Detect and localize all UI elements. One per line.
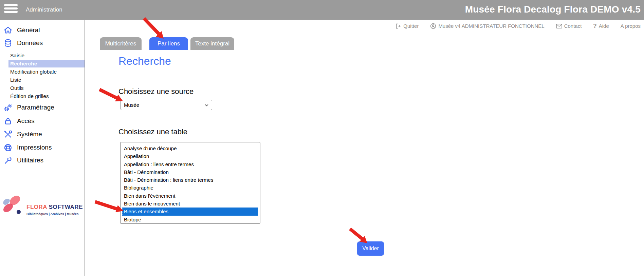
- user-icon: [430, 23, 436, 29]
- listbox-option-clipped[interactable]: Biotope : liens entre termes: [122, 223, 259, 224]
- page-title: Recherche: [118, 55, 171, 67]
- envelope-icon: [556, 24, 562, 28]
- contact-link[interactable]: Contact: [556, 23, 582, 29]
- sidebar-item-systeme[interactable]: Système: [3, 129, 42, 139]
- logout-icon: [395, 23, 401, 29]
- gears-icon: [3, 103, 13, 112]
- listbox-option[interactable]: Biotope: [122, 216, 259, 223]
- hamburger-menu-icon[interactable]: [4, 4, 18, 15]
- listbox-option-selected[interactable]: Biens et ensembles: [122, 208, 258, 215]
- arrow-to-valider-button: [350, 229, 367, 243]
- app-title: Musée Flora Decalog Flora DEMO v4.5: [465, 0, 641, 19]
- wrench-icon: [3, 156, 13, 165]
- listbox-option[interactable]: Appellation : liens entre termes: [122, 160, 259, 168]
- listbox-option[interactable]: Bibliographie: [122, 184, 259, 192]
- module-title: Administration: [26, 0, 62, 20]
- listbox-option[interactable]: Bâti - Dénomination: [122, 168, 259, 176]
- table-listbox[interactable]: Analyse d'une découpe Appellation Appell…: [120, 142, 260, 224]
- quit-link[interactable]: Quitter: [395, 23, 419, 29]
- arrow-to-selected-option: [95, 202, 123, 212]
- sidebar-item-donnees[interactable]: Données: [3, 38, 43, 48]
- tab-par-liens[interactable]: Par liens: [149, 37, 188, 50]
- sidebar-item-acces[interactable]: Accès: [3, 116, 35, 126]
- source-label: Choisissez une source: [118, 87, 194, 96]
- sidebar-item-edition-grilles[interactable]: Édition de grilles: [10, 92, 49, 100]
- utility-bar: Quitter Musée v4 ADMINISTRATEUR FONCTION…: [85, 20, 644, 32]
- database-icon: [3, 39, 13, 48]
- flora-software-logo: FLORA SOFTWARE Bibliothèques | Archives …: [1, 194, 83, 226]
- listbox-option[interactable]: Analyse d'une découpe: [122, 144, 259, 152]
- lock-icon: [3, 117, 13, 126]
- application-window: Administration Musée Flora Decalog Flora…: [0, 0, 644, 276]
- question-mark-icon: ?: [593, 23, 596, 29]
- brand-tagline: Bibliothèques | Archives | Musées: [26, 212, 78, 216]
- listbox-option[interactable]: Bâti - Dénomination : liens entre termes: [122, 176, 259, 184]
- tools-icon: [3, 130, 13, 139]
- sidebar-item-general[interactable]: Général: [3, 25, 40, 35]
- sidebar-item-outils[interactable]: Outils: [10, 84, 24, 92]
- tab-texte-integral[interactable]: Texte intégral: [190, 37, 234, 50]
- help-link[interactable]: ? Aide: [593, 23, 609, 29]
- listbox-option[interactable]: Appellation: [122, 152, 259, 160]
- listbox-option[interactable]: Bien dans le mouvement: [122, 200, 259, 208]
- listbox-option[interactable]: Bien dans l'évènement: [122, 192, 259, 200]
- sidebar-item-impressions[interactable]: Impressions: [3, 142, 52, 153]
- source-select[interactable]: Musée: [121, 100, 212, 110]
- home-icon: [3, 26, 13, 35]
- valider-button[interactable]: Valider: [357, 241, 384, 256]
- sidebar-item-modification-globale[interactable]: Modification globale: [10, 68, 57, 76]
- about-link[interactable]: A propos: [621, 23, 641, 29]
- sidebar-item-utilitaires[interactable]: Utilitaires: [3, 155, 43, 165]
- sidebar-item-liste[interactable]: Liste: [10, 76, 21, 84]
- sidebar-item-saisie[interactable]: Saisie: [10, 52, 24, 59]
- butterfly-logo-icon: [1, 194, 24, 218]
- chevron-down-icon: [204, 103, 209, 107]
- sidebar-item-recherche[interactable]: Recherche: [8, 60, 85, 67]
- user-account[interactable]: Musée v4 ADMINISTRATEUR FONCTIONNEL: [430, 23, 544, 29]
- brand-name: FLORA SOFTWARE: [26, 204, 83, 211]
- sidebar-item-parametrage[interactable]: Paramétrage: [3, 102, 54, 113]
- tab-multicriteres[interactable]: Multicritères: [100, 37, 142, 50]
- annotation-arrows: [0, 0, 644, 276]
- top-header-bar: Administration Musée Flora Decalog Flora…: [0, 0, 644, 20]
- table-label: Choisissez une table: [118, 127, 187, 136]
- globe-icon: [3, 143, 13, 152]
- sidebar: Général Données Saisie Recherche Modific…: [0, 20, 85, 276]
- source-select-value: Musée: [124, 100, 139, 110]
